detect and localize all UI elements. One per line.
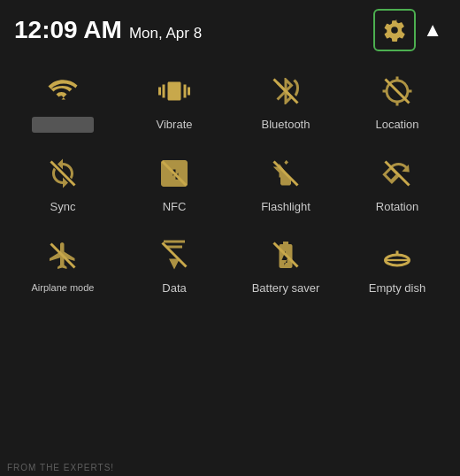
location-off-icon xyxy=(378,72,417,111)
tile-nfc-label: NFC xyxy=(163,200,187,214)
gear-icon xyxy=(383,19,406,42)
tile-wifi[interactable] xyxy=(7,58,119,142)
battery-saver-off-icon xyxy=(266,235,305,274)
tile-empty-dish-label: Empty dish xyxy=(369,281,426,296)
tile-flashlight-label: Flashlight xyxy=(261,200,310,214)
tile-location[interactable]: Location xyxy=(341,58,453,142)
tile-vibrate-label: Vibrate xyxy=(157,118,193,132)
tile-bluetooth-label: Bluetooth xyxy=(262,118,310,132)
tile-airplane-label: Airplane mode xyxy=(32,282,95,294)
tile-bluetooth[interactable]: Bluetooth xyxy=(230,58,341,142)
nfc-off-icon xyxy=(155,154,194,193)
tile-location-label: Location xyxy=(375,118,418,132)
tile-empty-dish[interactable]: Empty dish xyxy=(341,223,453,304)
tile-rotation[interactable]: Rotation xyxy=(341,142,453,223)
tile-data-label: Data xyxy=(162,281,186,296)
bluetooth-off-icon xyxy=(266,72,305,111)
collapse-button[interactable]: ▲ xyxy=(419,15,446,45)
time-date: 12:09 AM Mon, Apr 8 xyxy=(14,16,202,44)
tile-airplane[interactable]: Airplane mode xyxy=(7,223,119,304)
data-off-icon xyxy=(155,235,194,274)
wifi-ssid-placeholder xyxy=(32,117,94,133)
airplane-off-icon xyxy=(43,236,82,275)
watermark: FROM THE EXPERTS! xyxy=(0,459,121,476)
clock: 12:09 AM xyxy=(14,16,122,44)
tile-vibrate[interactable]: Vibrate xyxy=(119,58,230,142)
quick-tiles-grid: Vibrate Bluetooth Location Sync xyxy=(0,58,460,303)
tile-nfc[interactable]: NFC xyxy=(119,142,230,223)
tile-rotation-label: Rotation xyxy=(376,200,418,214)
wifi-icon xyxy=(43,71,82,110)
tile-sync[interactable]: Sync xyxy=(7,142,119,223)
empty-dish-icon xyxy=(378,235,417,274)
sync-off-icon xyxy=(43,154,82,193)
vibrate-icon xyxy=(155,72,194,111)
header-icons: ▲ xyxy=(373,9,446,51)
tile-flashlight[interactable]: Flashlight xyxy=(230,142,341,223)
tile-battery-saver-label: Battery saver xyxy=(252,281,320,296)
settings-button[interactable] xyxy=(373,9,416,51)
flashlight-off-icon xyxy=(266,154,305,193)
tile-sync-label: Sync xyxy=(50,200,76,214)
tile-battery-saver[interactable]: Battery saver xyxy=(230,223,341,304)
tile-data[interactable]: Data xyxy=(119,223,230,304)
header: 12:09 AM Mon, Apr 8 ▲ xyxy=(0,0,460,58)
rotation-off-icon xyxy=(378,154,417,193)
date: Mon, Apr 8 xyxy=(129,25,202,42)
